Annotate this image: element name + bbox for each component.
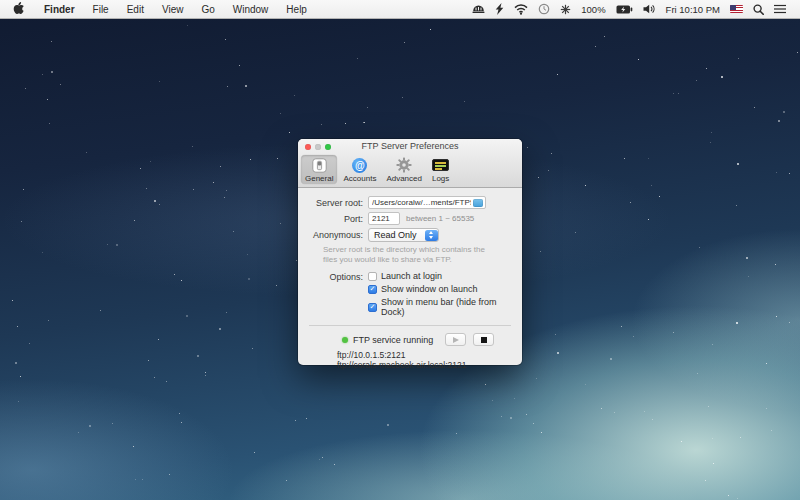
app-menu-finder[interactable]: Finder [35, 0, 84, 18]
choose-folder-button[interactable] [473, 199, 483, 207]
menu-bar-status-area: 100% Fri 10:10 PM [467, 0, 800, 18]
tab-accounts-label: Accounts [343, 174, 376, 183]
gear-icon [396, 157, 412, 173]
tab-accounts[interactable]: @ Accounts [339, 155, 380, 184]
port-row: Port: between 1 ~ 65535 [298, 212, 522, 225]
service-buttons [445, 333, 494, 346]
general-pane: Server root: Port: between 1 ~ 65535 Ano… [298, 188, 522, 370]
launch-at-login-label: Launch at login [381, 271, 442, 281]
apple-icon [13, 2, 24, 17]
anonymous-label: Anonymous: [298, 230, 368, 240]
notification-center-icon[interactable] [769, 0, 791, 18]
port-field-wrap [368, 212, 400, 225]
menu-window[interactable]: Window [224, 0, 278, 18]
option-show-window-on-launch[interactable]: Show window on launch [368, 284, 522, 294]
s-bolt-icon[interactable] [490, 0, 509, 18]
zoom-button[interactable] [325, 144, 331, 150]
server-root-input[interactable] [369, 198, 485, 207]
menu-file[interactable]: File [84, 0, 118, 18]
service-status-text: FTP service running [353, 335, 433, 345]
options-list: Launch at login Show window on launch Sh… [368, 271, 522, 317]
us-flag [730, 5, 743, 13]
menu-bar-clock[interactable]: Fri 10:10 PM [661, 0, 725, 18]
options-row: Options: Launch at login Show window on … [298, 271, 522, 317]
spotlight-icon[interactable] [748, 0, 769, 18]
tab-general-label: General [305, 174, 333, 183]
anonymous-row: Anonymous: Read Only [298, 228, 522, 242]
show-window-label: Show window on launch [381, 284, 478, 294]
stop-service-button[interactable] [473, 333, 494, 346]
server-root-label: Server root: [298, 198, 368, 208]
desktop: Finder File Edit View Go Window Help [0, 0, 800, 500]
wifi-icon[interactable] [509, 0, 533, 18]
apple-menu[interactable] [0, 0, 35, 18]
switch-icon [312, 157, 327, 173]
window-title: FTP Server Preferences [298, 139, 522, 154]
server-root-field-wrap [368, 196, 486, 209]
port-input[interactable] [369, 214, 399, 223]
stop-icon [481, 337, 487, 343]
tab-general[interactable]: General [301, 155, 337, 184]
volume-icon[interactable] [638, 0, 661, 18]
server-root-help-text: Server root is the directory which conta… [323, 245, 495, 264]
play-icon [453, 337, 459, 343]
log-window-icon [432, 157, 449, 173]
traffic-lights [305, 144, 331, 150]
battery-percent[interactable]: 100% [576, 0, 610, 18]
menu-bar-left: Finder File Edit View Go Window Help [0, 0, 316, 18]
ftp-url-hostname: ftp://corals-macbook-air.local:2121 [337, 361, 522, 371]
show-in-menu-bar-label: Show in menu bar (hide from Dock) [381, 297, 522, 317]
ftp-urls: ftp://10.0.1.5:2121 ftp://corals-macbook… [337, 351, 522, 370]
menu-bar: Finder File Edit View Go Window Help [0, 0, 800, 19]
menu-help[interactable]: Help [277, 0, 316, 18]
ftp-preferences-window: FTP Server Preferences General @ Account… [298, 139, 522, 365]
popup-stepper-icon [425, 230, 438, 241]
close-button[interactable] [305, 144, 311, 150]
section-divider [309, 325, 511, 326]
option-show-in-menu-bar[interactable]: Show in menu bar (hide from Dock) [368, 297, 522, 317]
show-in-menu-bar-checkbox[interactable] [368, 303, 377, 312]
window-chrome: FTP Server Preferences General @ Account… [298, 139, 522, 188]
tab-logs[interactable]: Logs [428, 155, 453, 184]
us-flag-input-icon[interactable] [725, 0, 748, 18]
start-service-button[interactable] [445, 333, 466, 346]
server-root-row: Server root: [298, 196, 522, 209]
tab-advanced[interactable]: Advanced [382, 155, 426, 184]
options-label: Options: [298, 271, 368, 282]
service-status-row: FTP service running [342, 333, 494, 346]
minimize-button[interactable] [315, 144, 321, 150]
service-running-indicator [342, 337, 348, 343]
preferences-toolbar: General @ Accounts Advanced Logs [298, 154, 522, 187]
menu-go[interactable]: Go [192, 0, 223, 18]
menu-edit[interactable]: Edit [118, 0, 153, 18]
window-titlebar[interactable]: FTP Server Preferences [298, 139, 522, 154]
anonymous-popup-value: Read Only [369, 230, 417, 240]
tab-logs-label: Logs [432, 174, 449, 183]
ftp-server-menubar-icon[interactable] [467, 0, 490, 18]
port-label: Port: [298, 214, 368, 224]
show-window-checkbox[interactable] [368, 285, 377, 294]
at-circle-icon: @ [352, 157, 367, 173]
battery-icon[interactable] [611, 0, 638, 18]
time-machine-icon[interactable] [533, 0, 555, 18]
launch-at-login-checkbox[interactable] [368, 272, 377, 281]
option-launch-at-login[interactable]: Launch at login [368, 271, 522, 281]
menu-view[interactable]: View [153, 0, 193, 18]
tab-advanced-label: Advanced [386, 174, 422, 183]
anonymous-popup[interactable]: Read Only [368, 228, 439, 242]
fan-icon[interactable] [555, 0, 576, 18]
port-range-hint: between 1 ~ 65535 [406, 214, 474, 223]
